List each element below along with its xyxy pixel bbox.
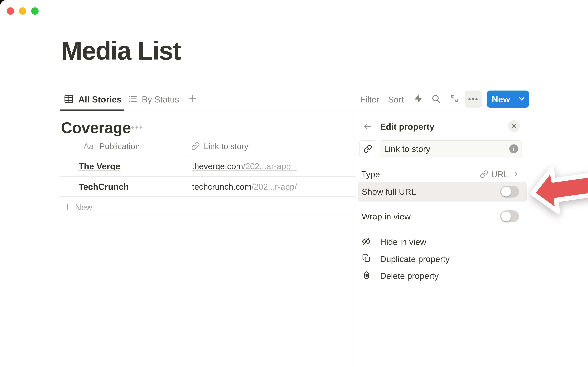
show-full-url-toggle[interactable] — [500, 186, 519, 198]
automation-lightning-icon[interactable] — [414, 94, 424, 104]
wrap-in-view-label: Wrap in view — [362, 211, 411, 222]
ellipsis-icon: ••• — [468, 94, 479, 104]
table-row-url[interactable]: techcrunch.com/202...r-app/ — [192, 182, 297, 192]
red-pointer-arrow — [527, 165, 588, 221]
wrap-in-view-toggle[interactable] — [500, 210, 519, 222]
table-row-publication[interactable]: TechCrunch — [78, 182, 129, 192]
view-options-button[interactable]: ••• — [465, 91, 482, 108]
new-button-label[interactable]: New — [487, 91, 515, 108]
list-view-icon — [128, 94, 138, 104]
menu-item-hide-in-view[interactable]: Hide in view — [359, 235, 529, 248]
panel-section-divider — [359, 228, 529, 228]
window-zoom-button[interactable] — [31, 7, 39, 15]
title-underline — [78, 170, 121, 171]
sort-button[interactable]: Sort — [388, 92, 404, 107]
info-icon[interactable]: i — [509, 144, 518, 153]
menu-item-delete-property[interactable]: Delete property — [359, 269, 529, 282]
type-label: Type — [361, 169, 380, 179]
active-tab-underline — [60, 109, 124, 111]
screen: Media List All Stories By Status Filter … — [0, 0, 588, 367]
url-underline — [192, 170, 297, 171]
menu-item-label: Delete property — [380, 270, 439, 281]
panel-divider — [355, 111, 356, 367]
menu-item-duplicate-property[interactable]: Duplicate property — [359, 252, 529, 266]
table-view-icon — [64, 94, 74, 104]
table-border — [60, 216, 356, 216]
new-dropdown-chevron-icon[interactable] — [517, 96, 527, 103]
url-truncated: /202...ar-app — [243, 161, 291, 171]
column-header-link[interactable]: Link to story — [204, 141, 248, 151]
column-header-publication[interactable]: Publication — [99, 141, 140, 151]
new-button-divider — [515, 91, 515, 108]
column-publication-type-icon: Aa — [83, 141, 94, 151]
search-icon[interactable] — [431, 94, 441, 104]
link-icon — [363, 144, 372, 153]
chevron-right-icon[interactable] — [512, 171, 519, 178]
show-full-url-label: Show full URL — [362, 182, 416, 201]
table-row-publication[interactable]: The Verge — [78, 161, 120, 171]
menu-item-label: Duplicate property — [380, 254, 450, 264]
table-border — [60, 196, 356, 197]
show-full-url-row[interactable]: Show full URL — [358, 182, 527, 201]
property-name-value: Link to story — [384, 144, 430, 154]
new-button[interactable]: New — [487, 91, 529, 108]
table-border — [60, 156, 356, 156]
tab-by-status[interactable]: By Status — [142, 92, 179, 107]
app-window: Media List All Stories By Status Filter … — [0, 0, 588, 367]
type-value[interactable]: URL — [491, 169, 508, 179]
property-name-input[interactable]: Link to story i — [380, 140, 522, 157]
window-close-button[interactable] — [7, 7, 14, 15]
filter-button[interactable]: Filter — [360, 92, 379, 107]
table-row-url[interactable]: theverge.com/202...ar-app — [192, 161, 291, 171]
url-domain: techcrunch.com — [192, 182, 251, 192]
new-row-button[interactable]: New — [75, 202, 92, 213]
eye-off-icon — [361, 237, 371, 246]
duplicate-icon — [362, 254, 371, 263]
add-view-icon[interactable] — [188, 94, 198, 103]
title-underline — [78, 191, 127, 191]
url-underline — [192, 191, 304, 191]
property-type-icon-button[interactable] — [359, 140, 376, 157]
expand-icon[interactable] — [450, 94, 459, 103]
back-arrow-icon[interactable] — [363, 122, 372, 131]
window-minimize-button[interactable] — [19, 7, 26, 15]
menu-item-label: Hide in view — [380, 236, 426, 247]
group-options-icon[interactable]: ••• — [131, 122, 143, 132]
trash-icon — [362, 271, 371, 279]
url-domain: theverge.com — [192, 161, 243, 171]
link-icon — [191, 142, 200, 150]
close-icon[interactable] — [508, 120, 520, 132]
table-border — [60, 176, 356, 177]
group-title: Coverage — [61, 119, 131, 137]
tabbar-divider — [60, 110, 529, 111]
page-title: Media List — [61, 36, 181, 66]
tab-all-stories[interactable]: All Stories — [78, 92, 121, 107]
panel-title: Edit property — [380, 122, 434, 132]
url-truncated: /202...r-app/ — [251, 182, 297, 192]
plus-icon[interactable] — [63, 203, 72, 211]
link-icon — [480, 170, 488, 178]
